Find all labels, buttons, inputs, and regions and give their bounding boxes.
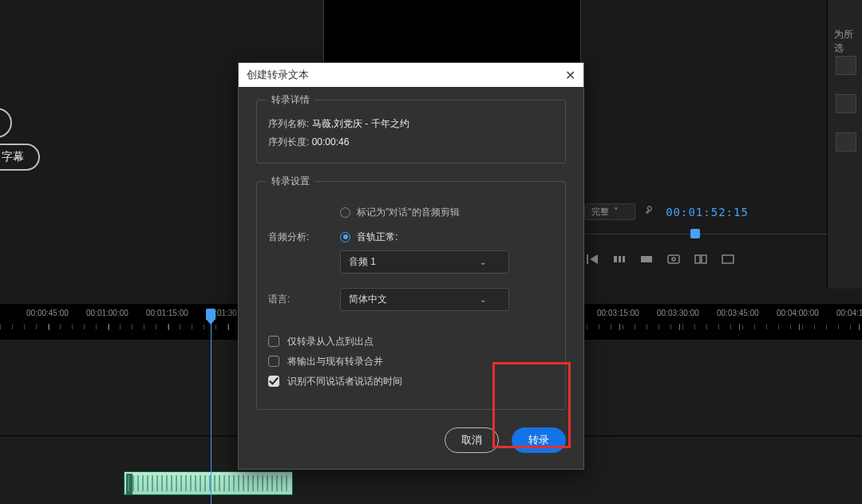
comparison-view-icon[interactable]	[691, 252, 710, 266]
time-label: 00:01:15:00	[146, 309, 188, 317]
tick-minor	[694, 325, 695, 329]
tick-major	[799, 324, 800, 330]
tick-minor	[96, 325, 97, 329]
tick-major	[228, 324, 229, 330]
transcript-details-fieldset: 转录详情 序列名称: 马薇,刘党庆 - 千年之约 序列长度: 00:00:46	[256, 100, 566, 163]
playhead-line	[211, 309, 212, 504]
right-side-panel: 为所选	[827, 0, 862, 289]
tick-minor	[790, 325, 791, 329]
zoom-slider-thumb[interactable]	[690, 229, 700, 238]
tick-minor	[156, 325, 156, 329]
time-label: 00:00:45:00	[26, 309, 69, 317]
language-select[interactable]: 简体中文 ⌄	[340, 288, 509, 311]
decorative-arc	[0, 108, 12, 138]
time-label: 00:03:45:00	[717, 309, 759, 317]
wrench-icon[interactable]	[645, 205, 656, 219]
audio-clip[interactable]	[124, 471, 293, 495]
tick-major	[168, 324, 169, 330]
tick-minor	[611, 325, 611, 329]
svg-rect-2	[623, 256, 625, 262]
checkbox-in-to-out[interactable]: 仅转录从入点到出点	[268, 335, 554, 348]
transcript-settings-fieldset: 转录设置 音频分析: 标记为"对话"的音频剪辑 音轨正常: 音频 1	[256, 181, 566, 410]
captions-pill-label: 字幕	[2, 150, 24, 163]
sequence-name-label: 序列名称:	[268, 118, 309, 129]
transcribe-button[interactable]: 转录	[512, 427, 566, 453]
audio-analysis-row: 音频分析: 标记为"对话"的音频剪辑 音轨正常: 音频 1 ⌄	[268, 201, 554, 274]
chevron-down-icon: ⌄	[480, 258, 486, 266]
tick-minor	[802, 325, 803, 329]
dialog-title: 创建转录文本	[247, 68, 309, 82]
tick-minor	[826, 325, 827, 329]
tick-minor	[838, 325, 839, 329]
zoom-slider-track	[583, 234, 838, 234]
radio-icon	[340, 207, 350, 218]
tick-major	[739, 324, 740, 330]
captions-pill-button[interactable]: 字幕	[0, 144, 40, 171]
go-to-in-icon[interactable]	[583, 252, 602, 266]
sequence-length-value: 00:00:46	[312, 136, 350, 148]
details-legend: 转录详情	[267, 93, 314, 107]
language-label: 语言:	[268, 293, 340, 306]
viewer-mode-value: 完整	[591, 207, 609, 216]
checkbox-icon	[268, 376, 279, 387]
export-frame-icon[interactable]	[664, 252, 683, 266]
tick-minor	[180, 325, 180, 329]
clip-waveform	[128, 475, 289, 491]
time-label: 00:01:00:00	[86, 309, 129, 317]
style-swatch[interactable]	[836, 132, 856, 152]
style-swatch[interactable]	[836, 56, 856, 75]
tick-major	[49, 324, 49, 330]
close-icon[interactable]: ✕	[565, 68, 575, 83]
tick-minor	[635, 325, 635, 329]
tick-minor	[120, 325, 121, 329]
tick-minor	[216, 325, 216, 329]
audio-track-value: 音频 1	[349, 255, 376, 269]
audio-track-select[interactable]: 音频 1 ⌄	[340, 250, 509, 274]
tick-minor	[0, 325, 1, 329]
transcribe-button-label: 转录	[528, 434, 549, 446]
radio-dialogue-clips[interactable]: 标记为"对话"的音频剪辑	[340, 206, 554, 219]
time-label: 00:03:30:00	[657, 309, 699, 317]
style-swatch[interactable]	[836, 94, 856, 113]
dialog-button-row: 取消 转录	[256, 427, 566, 453]
tick-minor	[144, 325, 144, 329]
radio-dialogue-label: 标记为"对话"的音频剪辑	[357, 206, 460, 219]
cancel-button[interactable]: 取消	[445, 427, 499, 453]
dialog-body: 转录详情 序列名称: 马薇,刘党庆 - 千年之约 序列长度: 00:00:46 …	[239, 87, 583, 469]
tick-minor	[24, 325, 25, 329]
checkbox-merge-label: 将输出与现有转录合并	[287, 355, 383, 368]
tick-minor	[204, 325, 204, 329]
tick-minor	[587, 325, 587, 329]
language-value: 简体中文	[349, 293, 387, 306]
cancel-button-label: 取消	[461, 434, 482, 446]
checkbox-speakers[interactable]: 识别不同说话者说话的时间	[268, 375, 554, 388]
time-label: 00:04:00:00	[777, 309, 819, 317]
safe-margins-icon[interactable]	[718, 252, 737, 266]
viewer-mode-select[interactable]: 完整 ˅	[584, 203, 635, 220]
overwrite-icon[interactable]	[637, 252, 656, 266]
tick-minor	[60, 325, 61, 329]
tick-minor	[814, 325, 815, 329]
svg-point-5	[672, 258, 675, 261]
tick-minor	[132, 325, 132, 329]
sequence-name-line: 序列名称: 马薇,刘党庆 - 千年之约	[268, 115, 554, 133]
svg-rect-8	[722, 255, 733, 263]
insert-icon[interactable]	[610, 252, 629, 266]
radio-track-normal[interactable]: 音轨正常:	[340, 230, 554, 244]
program-timecode[interactable]: 00:01:52:15	[666, 206, 749, 219]
dialog-titlebar[interactable]: 创建转录文本 ✕	[239, 63, 583, 87]
svg-rect-7	[702, 255, 706, 263]
svg-rect-1	[619, 256, 621, 262]
time-label: 00:04:15:0	[836, 309, 862, 317]
tick-major	[679, 324, 680, 330]
tick-major	[619, 324, 620, 330]
tick-minor	[670, 325, 671, 329]
tick-minor	[599, 325, 599, 329]
radio-track-label: 音轨正常:	[357, 230, 397, 244]
zoom-slider[interactable]	[583, 230, 838, 239]
checkbox-icon	[268, 336, 279, 347]
right-panel-header: 为所选	[834, 28, 862, 55]
checkbox-merge[interactable]: 将输出与现有转录合并	[268, 355, 554, 368]
tick-minor	[766, 325, 767, 329]
svg-rect-0	[614, 256, 617, 262]
